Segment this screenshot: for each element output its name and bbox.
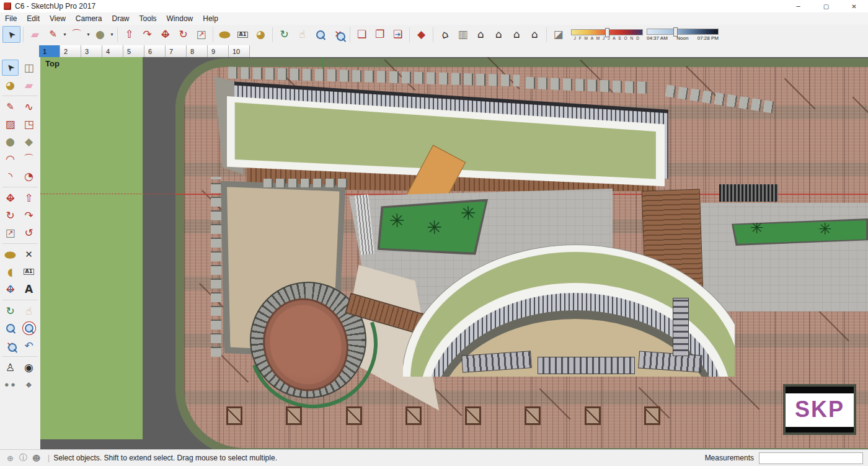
palm-tree[interactable]: ✳ bbox=[460, 204, 476, 223]
palette-zoom-window-button[interactable] bbox=[20, 320, 37, 336]
palette-axes-button[interactable]: ↔↕ bbox=[2, 281, 19, 297]
palette-section-plane-button[interactable]: ⌖ bbox=[20, 377, 37, 393]
send-to-layout-button[interactable]: ❏➔ bbox=[389, 26, 407, 43]
credits-icon[interactable]: ⓘ bbox=[18, 453, 29, 464]
sign-in-icon[interactable]: ☻ bbox=[31, 453, 42, 464]
geolocation-icon[interactable]: ⊕ bbox=[5, 453, 16, 464]
shadow-date-slider[interactable]: J F M A M J J A S O N D bbox=[571, 29, 643, 40]
scene-tab-2[interactable]: 2 bbox=[60, 45, 81, 57]
tape-measure-button[interactable]: ● bbox=[216, 26, 234, 43]
palette-select-button[interactable]: ➤ bbox=[2, 60, 19, 76]
planter-square[interactable] bbox=[465, 406, 481, 425]
planter-square[interactable] bbox=[286, 406, 302, 425]
palette-look-around-button[interactable]: ◉ bbox=[20, 359, 37, 375]
scene-tab-1[interactable]: 1 bbox=[39, 45, 60, 57]
skp-billboard[interactable]: SKP bbox=[783, 384, 856, 435]
shadow-toggle-button[interactable]: ◪ bbox=[549, 26, 567, 43]
paint-bucket-button[interactable]: ◕ bbox=[252, 26, 270, 43]
select-button[interactable]: ➤ bbox=[2, 26, 20, 43]
arc-button[interactable]: ⌒ bbox=[68, 26, 86, 43]
planter-square[interactable] bbox=[644, 406, 660, 425]
scene-tab-3[interactable]: 3 bbox=[81, 45, 102, 57]
menu-tools[interactable]: Tools bbox=[135, 12, 162, 25]
palette-two-point-arc-button[interactable]: ⌒ bbox=[20, 151, 37, 167]
palette-move-button[interactable]: ↔↕ bbox=[2, 190, 19, 206]
scene-tab-4[interactable]: 4 bbox=[102, 45, 123, 57]
menu-edit[interactable]: Edit bbox=[22, 12, 45, 25]
grass-strip[interactable] bbox=[40, 57, 143, 439]
palette-orbit-button[interactable]: ↻ bbox=[2, 303, 19, 319]
menu-camera[interactable]: Camera bbox=[71, 12, 107, 25]
shadow-time-track[interactable] bbox=[647, 29, 719, 35]
orbit-button[interactable]: ↻ bbox=[275, 26, 293, 43]
scene-tab-10[interactable]: 10 bbox=[229, 45, 250, 57]
viewport-canvas[interactable]: ✳ ✳ ✳ ✳ ✳ SKP bbox=[40, 57, 868, 450]
view-top-button[interactable]: ▥ bbox=[454, 26, 472, 43]
view-right-button[interactable]: ⌂ bbox=[490, 26, 508, 43]
palette-tape-measure-button[interactable]: ● bbox=[2, 246, 19, 262]
view-back-button[interactable]: ⌂ bbox=[508, 26, 526, 43]
scene-tab-9[interactable]: 9 bbox=[208, 45, 229, 57]
extension-warehouse-button[interactable]: ◆ bbox=[412, 26, 430, 43]
scene-tab-7[interactable]: 7 bbox=[166, 45, 187, 57]
move-button[interactable]: ↔↕ bbox=[156, 26, 174, 43]
menu-help[interactable]: Help bbox=[198, 12, 223, 25]
menu-draw[interactable]: Draw bbox=[107, 12, 135, 25]
palette-circle-button[interactable]: ● bbox=[2, 133, 19, 150]
rotate-button[interactable]: ↻ bbox=[174, 26, 192, 43]
palette-dimensions-button[interactable]: ✕ bbox=[20, 246, 37, 262]
palette-three-point-arc-button[interactable]: ◝ bbox=[2, 168, 19, 184]
palette-paint-bucket-button[interactable]: ◕ bbox=[2, 77, 19, 93]
palette-pan-button[interactable]: ☝ bbox=[20, 303, 37, 319]
palette-zoom-button[interactable] bbox=[2, 320, 19, 336]
palette-freehand-button[interactable]: ∿ bbox=[20, 99, 37, 115]
palette-rotated-rectangle-button[interactable]: ◳ bbox=[20, 116, 37, 132]
share-model-button[interactable]: ❐ bbox=[371, 26, 389, 43]
palette-eraser-button[interactable]: ▰ bbox=[20, 77, 37, 93]
palette-make-component-button[interactable]: ◫ bbox=[20, 60, 37, 76]
scale-button[interactable]: □↗ bbox=[192, 26, 210, 43]
menu-view[interactable]: View bbox=[45, 12, 71, 25]
planter-square[interactable] bbox=[346, 406, 362, 425]
shadow-date-track[interactable] bbox=[571, 29, 643, 35]
eraser-button[interactable]: ▰ bbox=[26, 26, 44, 43]
pan-button[interactable]: ☝ bbox=[293, 26, 311, 43]
palette-follow-me-button[interactable]: ↷ bbox=[20, 207, 37, 223]
menu-window[interactable]: Window bbox=[162, 12, 198, 25]
palm-tree[interactable]: ✳ bbox=[389, 212, 405, 230]
palette-text-button[interactable]: A1 bbox=[20, 264, 37, 280]
zoom-extents-button[interactable]: ✕ bbox=[329, 26, 347, 43]
scene-tab-6[interactable]: 6 bbox=[144, 45, 166, 57]
palette-walk-button[interactable]: ● ● bbox=[2, 377, 19, 393]
palette-arc-button[interactable]: ◠ bbox=[2, 151, 19, 167]
view-iso-button[interactable]: ⌂ bbox=[436, 26, 454, 43]
palette-polygon-button[interactable]: ◆ bbox=[20, 133, 37, 150]
line-button[interactable]: ✎ bbox=[44, 26, 62, 43]
palette-offset-button[interactable]: ↺ bbox=[20, 225, 37, 241]
get-models-button[interactable]: ❏ bbox=[353, 26, 371, 43]
measurements-input[interactable] bbox=[759, 452, 863, 464]
palette-zoom-previous-button[interactable]: ↶ bbox=[20, 338, 37, 354]
palette-protractor-button[interactable]: ◖ bbox=[2, 264, 19, 280]
palette-rotate-button[interactable]: ↻ bbox=[2, 207, 19, 223]
palette-3d-text-button[interactable]: A bbox=[20, 281, 37, 297]
palette-zoom-extents-button[interactable]: ✕ bbox=[2, 338, 19, 354]
palette-scale-button[interactable]: □↗ bbox=[2, 225, 19, 241]
planter-square[interactable] bbox=[226, 406, 242, 425]
planter-square[interactable] bbox=[405, 406, 422, 425]
palm-tree[interactable]: ✳ bbox=[818, 221, 832, 237]
planter-square[interactable] bbox=[525, 406, 541, 425]
scene-tab-5[interactable]: 5 bbox=[123, 45, 144, 57]
planter-square[interactable] bbox=[585, 406, 601, 425]
palette-pie-button[interactable]: ◔ bbox=[20, 168, 37, 184]
palette-line-button[interactable]: ✎ bbox=[2, 99, 19, 115]
shadow-date-thumb[interactable] bbox=[605, 28, 609, 37]
follow-me-button[interactable]: ↷ bbox=[138, 26, 156, 43]
arc-dropdown[interactable]: ▾ bbox=[86, 32, 91, 37]
palette-push-pull-button[interactable]: ⇧ bbox=[20, 190, 37, 206]
push-pull-button[interactable]: ⇧ bbox=[120, 26, 138, 43]
scene-tab-8[interactable]: 8 bbox=[187, 45, 208, 57]
shadow-time-thumb[interactable] bbox=[673, 27, 678, 37]
view-front-button[interactable]: ⌂ bbox=[472, 26, 490, 43]
palm-tree[interactable]: ✳ bbox=[427, 218, 443, 237]
